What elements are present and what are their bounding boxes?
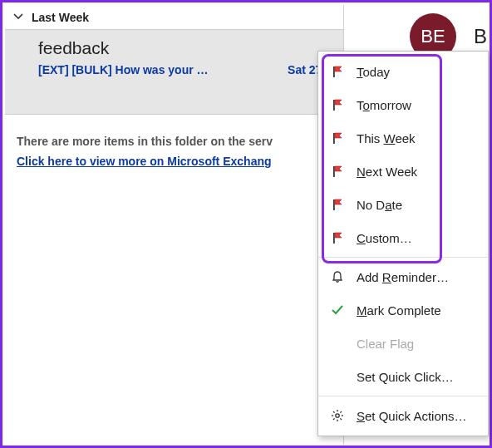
menu-item-add-reminder[interactable]: Add Reminder… — [318, 260, 488, 293]
flag-icon — [328, 64, 347, 79]
flag-icon — [328, 97, 347, 112]
svg-rect-2 — [333, 133, 335, 144]
reading-pane-header: BE B — [347, 5, 487, 52]
menu-label: Custom… — [357, 231, 412, 245]
svg-rect-4 — [333, 199, 335, 210]
menu-item-clear-flag: Clear Flag — [318, 327, 488, 360]
flag-icon — [328, 130, 347, 145]
group-header-last-week[interactable]: Last Week — [5, 5, 343, 30]
menu-item-custom[interactable]: Custom… — [318, 221, 488, 254]
svg-rect-5 — [333, 233, 335, 244]
menu-label: Add Reminder… — [357, 270, 449, 284]
blank-icon — [328, 336, 347, 351]
menu-label: No Date — [357, 198, 402, 212]
svg-line-11 — [333, 411, 335, 413]
menu-item-set-quick-actions[interactable]: Set Quick Actions… — [318, 399, 488, 432]
server-more-link[interactable]: Click here to view more on Microsoft Exc… — [5, 155, 343, 168]
svg-line-14 — [340, 411, 342, 413]
svg-line-12 — [340, 418, 342, 420]
message-subject: [EXT] [BULK] How was your … — [38, 63, 209, 76]
message-row[interactable]: feedback [EXT] [BULK] How was your … Sat… — [5, 30, 343, 115]
sender-initial: B — [474, 25, 487, 48]
bell-icon — [328, 269, 347, 284]
flag-context-menu: Today Tomorrow This Week Next Week No Da — [317, 51, 489, 436]
menu-label: Tomorrow — [357, 98, 411, 112]
menu-label: Set Quick Click… — [357, 370, 454, 384]
menu-label: Clear Flag — [357, 337, 414, 351]
svg-rect-3 — [333, 166, 335, 177]
check-icon — [328, 303, 347, 318]
flag-icon — [328, 230, 347, 245]
server-more-notice: There are more items in this folder on t… — [5, 115, 343, 155]
blank-icon — [328, 369, 347, 384]
menu-label: Mark Complete — [357, 303, 441, 318]
svg-rect-0 — [333, 66, 335, 77]
menu-item-mark-complete[interactable]: Mark Complete — [318, 293, 488, 327]
svg-rect-1 — [333, 100, 335, 111]
flag-icon — [328, 197, 347, 212]
message-list: Last Week feedback [EXT] [BULK] How was … — [5, 5, 344, 445]
menu-item-tomorrow[interactable]: Tomorrow — [318, 88, 488, 121]
menu-item-no-date[interactable]: No Date — [318, 188, 488, 221]
menu-item-next-week[interactable]: Next Week — [318, 155, 488, 188]
group-header-label: Last Week — [32, 11, 89, 24]
menu-item-this-week[interactable]: This Week — [318, 121, 488, 155]
menu-label: This Week — [357, 131, 416, 145]
flag-icon — [328, 164, 347, 179]
menu-label: Set Quick Actions… — [357, 409, 467, 423]
chevron-down-icon — [13, 12, 25, 23]
svg-line-13 — [333, 418, 335, 420]
menu-item-today[interactable]: Today — [318, 55, 488, 88]
menu-separator — [318, 396, 488, 396]
message-from: feedback — [38, 38, 332, 58]
svg-point-6 — [336, 414, 339, 417]
menu-separator — [318, 257, 488, 258]
menu-label: Today — [357, 65, 390, 79]
gear-icon — [328, 408, 347, 423]
menu-label: Next Week — [357, 165, 417, 179]
menu-item-set-quick-click[interactable]: Set Quick Click… — [318, 360, 488, 393]
